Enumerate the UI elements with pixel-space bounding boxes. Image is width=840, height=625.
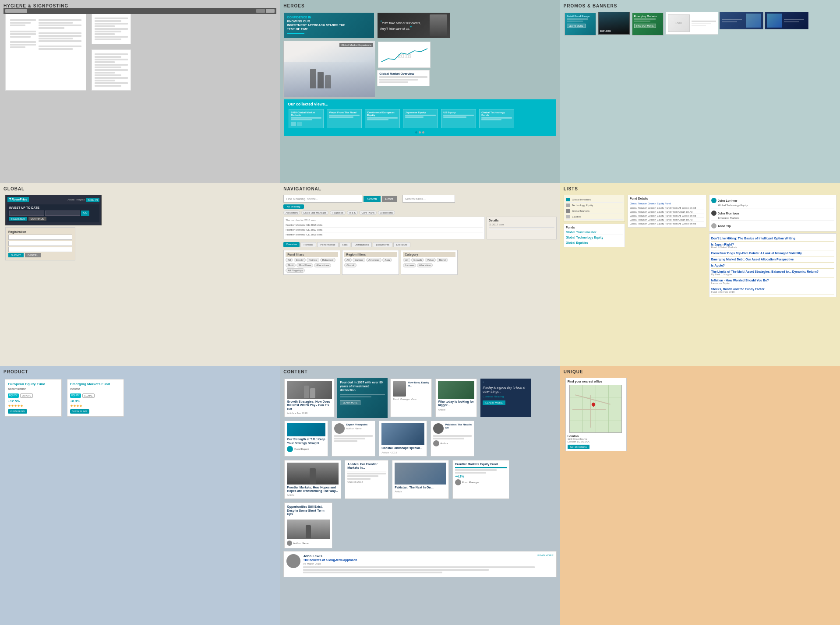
article-8[interactable]: Stocks, Bonds and the Funny Factor Fund …: [711, 286, 834, 295]
tab-performance[interactable]: Performance: [317, 242, 338, 247]
fund-detail-3[interactable]: Global Trouser Growth Equity Fund From C…: [630, 210, 704, 214]
content-card-fund-featured[interactable]: Frontier Markets Equity Fund +4.2% Fund …: [452, 460, 509, 499]
content-card-2[interactable]: How Now, Equity Is... Fund Manager View: [390, 379, 432, 417]
tab-portfolio[interactable]: Portfolio: [300, 242, 316, 247]
filter-chip-2[interactable]: Equity: [294, 258, 306, 262]
collected-item-4[interactable]: Japanese Equity: [403, 109, 438, 128]
region-chip-3[interactable]: Americas: [366, 258, 381, 262]
filter-alloc[interactable]: Allocations: [378, 211, 395, 215]
product-card-1[interactable]: European Equity Fund Accumulation EQUITY…: [5, 379, 62, 417]
author-2[interactable]: John Morrison: [711, 210, 834, 217]
tab-distributions[interactable]: Distributions: [351, 242, 372, 247]
fund-list-item-1[interactable]: Global Trust Investor: [566, 230, 623, 235]
filter-chip-7[interactable]: Allocations: [314, 263, 331, 267]
secondary-search[interactable]: Search funds...: [405, 197, 426, 200]
collected-item-1[interactable]: 2018 Global Market Outlook: [289, 109, 324, 128]
result-3[interactable]: Frontier Markets ICE 2016 data: [286, 232, 482, 237]
article-4[interactable]: Emerging Market Debt: Our Asset Allocati…: [711, 256, 834, 263]
nav-search-input[interactable]: Find a holding, sector...: [286, 197, 318, 200]
fund-detail-6[interactable]: Global Trouser Growth Equity Fund From A…: [630, 222, 704, 225]
promo-blue-banner-1[interactable]: [720, 12, 763, 29]
tab-literature[interactable]: Literature: [393, 242, 410, 247]
content-card-frontier[interactable]: Frontier Markets: How Hopes and Hopes ar…: [284, 460, 341, 499]
article-2[interactable]: Is Japan Right? Fund - Global Markets: [711, 242, 834, 250]
author-3[interactable]: Anna Tip: [711, 222, 834, 229]
content-card-1[interactable]: Growth Strategies: How Does the Next Wat…: [284, 379, 335, 417]
filter-chip-8[interactable]: All Flagships: [286, 268, 305, 273]
icon-list-item-4[interactable]: Equities: [566, 214, 623, 220]
filter-chip-4[interactable]: Balanced: [320, 258, 335, 262]
filter-chip-5[interactable]: Multi: [286, 263, 296, 267]
product-card-2[interactable]: Emerging Markets Fund Income EQUITY GLOB…: [67, 379, 124, 417]
cat-chip-2[interactable]: Growth: [411, 258, 424, 262]
promo-retail-fund[interactable]: Retail Fund Range LEARN MORE: [565, 13, 596, 35]
article-3[interactable]: From Bear Dogs Top-Five Points: A Look a…: [711, 250, 834, 256]
promo-emerging-markets[interactable]: Emerging Markets FIND OUT MORE: [632, 13, 664, 35]
promo-blue-banner-2[interactable]: [765, 12, 808, 29]
signin-btn[interactable]: SIGN IN: [86, 198, 99, 202]
collected-item-3[interactable]: Continental European Equity: [365, 109, 400, 128]
content-card-coastal2[interactable]: Pakistan: The Next In On... Article: [392, 460, 449, 499]
fund-detail-2[interactable]: Global Trouser Growth Equity Fund From A…: [630, 206, 704, 210]
icon-list-item-1[interactable]: Global Investors: [566, 197, 623, 203]
map-card[interactable]: Find your nearest office London 123 Stre…: [565, 378, 627, 451]
icon-list-item-2[interactable]: Technology Equity: [566, 203, 623, 208]
region-chip-4[interactable]: Asia: [382, 258, 392, 262]
collected-item-2[interactable]: Views From The Road: [327, 109, 362, 128]
icon-list-item-3[interactable]: Global Markets: [566, 208, 623, 214]
content-card-opp[interactable]: Opportunities Still Exist, Despite Some …: [284, 502, 332, 548]
content-card-3[interactable]: Who today is looking for bigger... Artic…: [435, 379, 477, 417]
active-filter-all[interactable]: All of listing: [283, 204, 304, 209]
tab-risk[interactable]: Risk: [339, 242, 351, 247]
region-chip-1[interactable]: All: [344, 258, 352, 262]
region-chip-2[interactable]: Europe: [353, 258, 365, 262]
fund-list-item-2[interactable]: Global Technology Equity: [566, 235, 623, 240]
cat-chip-4[interactable]: Blend: [437, 258, 448, 262]
collected-item-6[interactable]: Global Technology Funds: [479, 109, 514, 128]
cancel-form-btn[interactable]: CANCEL: [25, 253, 41, 257]
result-1[interactable]: Frontier Markets ICE 2018 data: [286, 223, 482, 228]
filter-rs[interactable]: R & S: [347, 211, 358, 215]
filter-chip-6[interactable]: Plus Plans: [296, 263, 313, 267]
fund-list-item-3[interactable]: Global Equities: [566, 240, 623, 245]
tab-overview[interactable]: Overview: [283, 242, 300, 247]
content-card-ideal[interactable]: An Ideal For Frontier Markets In... Outl…: [345, 460, 388, 499]
fund-detail-4[interactable]: Global Trouser Growth Equity Fund From A…: [630, 214, 704, 218]
cat-chip-5[interactable]: Income: [403, 263, 416, 267]
content-bottom-article[interactable]: John Lewis The benefits of a long-term a…: [283, 551, 556, 577]
collected-item-5[interactable]: US Equity: [441, 109, 476, 128]
article-6[interactable]: The Limits of The Multi-Asset Strategies…: [711, 269, 834, 277]
content-card-4[interactable]: Our Strength at T.R.: Keep Your Strategy…: [284, 421, 328, 456]
search-btn[interactable]: Search: [364, 196, 380, 202]
filter-chip-1[interactable]: All: [286, 258, 293, 262]
tab-documents[interactable]: Documents: [373, 242, 392, 247]
article-7[interactable]: Inflation - How Worried Should You Be? L…: [711, 277, 834, 286]
content-card-5[interactable]: Expert Viewpoint Author Name: [332, 421, 375, 456]
filter-chip-3[interactable]: Fixings: [307, 258, 319, 262]
filter-flagship[interactable]: Flagships: [330, 211, 346, 215]
cat-chip-3[interactable]: Value: [425, 258, 436, 262]
article-1[interactable]: Don't Like Hiking: The Basics of Intelli…: [711, 235, 834, 242]
author-1[interactable]: John Lorimer: [711, 197, 834, 204]
filter-core[interactable]: Core Plans: [359, 211, 377, 215]
content-card-6[interactable]: Pakistan: The Next In On Author: [431, 421, 474, 456]
cat-chip-1[interactable]: All: [403, 258, 410, 262]
region-chip-5[interactable]: Global: [344, 263, 356, 267]
product-btn-2[interactable]: VIEW FUND: [70, 409, 89, 414]
register-btn[interactable]: REGISTER: [9, 217, 27, 221]
filter-all[interactable]: All sectors: [283, 211, 300, 215]
directions-btn[interactable]: Get Directions: [568, 445, 589, 449]
article-5[interactable]: Is Apple?: [711, 263, 834, 269]
fund-detail-5[interactable]: Global Trouser Growth Equity Fund From C…: [630, 218, 704, 222]
cat-chip-6[interactable]: Allocation: [417, 263, 433, 267]
reset-btn[interactable]: Reset: [382, 196, 397, 202]
product-btn-1[interactable]: VIEW FUND: [8, 409, 27, 414]
gs-submit-btn[interactable]: GO: [81, 211, 89, 216]
continue-btn[interactable]: CONTINUE: [28, 217, 46, 221]
result-2[interactable]: Frontier Markets ICE 2017 data: [286, 228, 482, 232]
quote-btn[interactable]: LEARN MORE: [483, 400, 505, 405]
promo-learn-more[interactable]: LEARN MORE: [340, 400, 360, 405]
content-card-coastal[interactable]: Coastal landscape special... Article • 2…: [379, 421, 427, 456]
submit-form-btn[interactable]: SUBMIT: [8, 253, 24, 257]
filter-equity[interactable]: Last Fund Manager: [301, 211, 328, 215]
